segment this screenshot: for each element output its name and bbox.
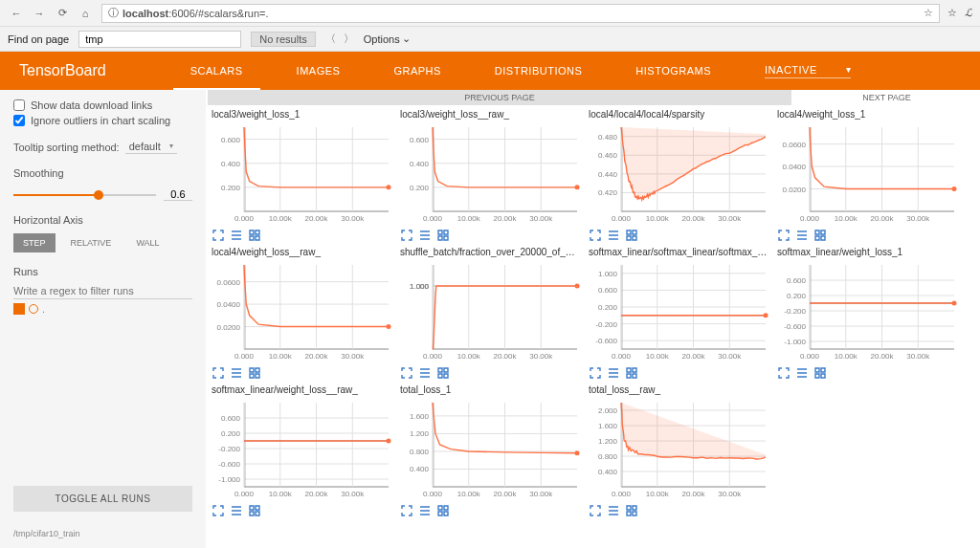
- expand-icon[interactable]: [777, 229, 790, 241]
- tab-inactive[interactable]: INACTIVE ▾: [738, 52, 878, 90]
- chart-plot[interactable]: 0.4200.4400.4600.4800.00010.00k20.00k30.…: [585, 121, 771, 227]
- expand-icon[interactable]: [777, 366, 790, 379]
- tab-histograms[interactable]: HISTOGRAMS: [609, 52, 738, 90]
- svg-text:0.460: 0.460: [598, 151, 618, 160]
- list-icon[interactable]: [795, 229, 808, 241]
- chart-cell: softmax_linear/weight_loss_1-1.000-0.600…: [773, 245, 960, 381]
- run-toggle-1[interactable]: [13, 303, 25, 315]
- chart-plot[interactable]: 0.4000.8001.2001.6002.0000.00010.00k20.0…: [585, 397, 771, 502]
- fit-icon[interactable]: [248, 504, 260, 516]
- smoothing-value-input[interactable]: [164, 188, 192, 201]
- svg-text:30.00k: 30.00k: [529, 352, 553, 361]
- ha-step-button[interactable]: STEP: [13, 233, 56, 252]
- fit-icon[interactable]: [813, 229, 826, 241]
- forward-button[interactable]: →: [31, 5, 48, 22]
- chart-plot[interactable]: 1.0001.0001.0000.00010.00k20.00k30.00k: [396, 259, 583, 364]
- fit-icon[interactable]: [248, 229, 260, 241]
- chart-plot[interactable]: 0.4000.8001.2001.6000.00010.00k20.00k30.…: [396, 397, 583, 502]
- svg-text:20.00k: 20.00k: [870, 352, 894, 361]
- tab-scalars[interactable]: SCALARS: [164, 52, 270, 90]
- find-input[interactable]: [78, 31, 241, 48]
- back-button[interactable]: ←: [8, 5, 25, 22]
- list-icon[interactable]: [230, 504, 242, 516]
- chart-plot[interactable]: -1.000-0.600-0.2000.2000.6000.00010.00k2…: [208, 397, 394, 502]
- list-icon[interactable]: [418, 229, 431, 241]
- info-icon: ⓘ: [108, 6, 119, 20]
- chart-plot[interactable]: 0.2000.4000.6000.00010.00k20.00k30.00k: [396, 121, 583, 227]
- svg-text:20.00k: 20.00k: [493, 490, 517, 498]
- chevron-down-icon: ▾: [846, 64, 852, 75]
- ha-wall-button[interactable]: WALL: [126, 233, 168, 252]
- ignore-outliers-checkbox[interactable]: Ignore outliers in chart scaling: [13, 115, 192, 126]
- expand-icon[interactable]: [400, 229, 412, 241]
- run-toggle-2[interactable]: [29, 304, 38, 314]
- svg-text:0.000: 0.000: [234, 214, 255, 223]
- runs-label: Runs: [13, 266, 192, 277]
- svg-text:0.600: 0.600: [410, 136, 430, 144]
- expand-icon[interactable]: [589, 504, 601, 516]
- bookmark-icon[interactable]: ☆: [924, 7, 933, 19]
- url-bar[interactable]: ⓘ localhost:6006/#scalars&run=. ☆: [101, 4, 940, 23]
- fit-icon[interactable]: [248, 366, 260, 379]
- list-icon[interactable]: [418, 366, 431, 379]
- horizontal-axis-label: Horizontal Axis: [13, 214, 192, 226]
- expand-icon[interactable]: [212, 229, 224, 241]
- list-icon[interactable]: [418, 504, 431, 516]
- list-icon[interactable]: [607, 366, 619, 379]
- svg-text:0.000: 0.000: [800, 214, 820, 223]
- chart-plot[interactable]: 0.02000.04000.06000.00010.00k20.00k30.00…: [773, 121, 960, 227]
- show-download-links-checkbox[interactable]: Show data download links: [13, 99, 192, 111]
- list-icon[interactable]: [230, 229, 242, 241]
- previous-page-button[interactable]: PREVIOUS PAGE: [208, 90, 791, 105]
- svg-text:30.00k: 30.00k: [718, 214, 742, 223]
- list-icon[interactable]: [607, 229, 619, 241]
- chart-cell: softmax_linear/weight_loss__raw_-1.000-0…: [208, 383, 394, 518]
- expand-icon[interactable]: [589, 366, 601, 379]
- fit-icon[interactable]: [436, 366, 449, 379]
- svg-point-108: [575, 284, 580, 289]
- toggle-all-runs-button[interactable]: TOGGLE ALL RUNS: [13, 486, 192, 512]
- tab-graphs[interactable]: GRAPHS: [367, 52, 467, 90]
- next-page-button[interactable]: NEXT PAGE: [793, 90, 980, 105]
- ha-relative-button[interactable]: RELATIVE: [61, 233, 122, 252]
- fit-icon[interactable]: [436, 504, 449, 516]
- home-button[interactable]: ⌂: [77, 5, 94, 22]
- list-icon[interactable]: [607, 504, 619, 516]
- tab-images[interactable]: IMAGES: [270, 52, 368, 90]
- chart-plot[interactable]: -1.000-0.600-0.2000.2000.6000.00010.00k2…: [773, 259, 960, 364]
- svg-text:0.000: 0.000: [612, 490, 632, 498]
- chart-plot[interactable]: 0.02000.04000.06000.00010.00k20.00k30.00…: [208, 259, 394, 364]
- reload-button[interactable]: ⟳: [54, 5, 71, 22]
- list-icon[interactable]: [795, 366, 808, 379]
- svg-text:0.400: 0.400: [410, 465, 430, 473]
- chart-plot[interactable]: 0.2000.4000.6000.00010.00k20.00k30.00k: [208, 121, 394, 227]
- expand-icon[interactable]: [212, 366, 224, 379]
- bookmark-star-icon[interactable]: ☆: [947, 7, 957, 19]
- fit-icon[interactable]: [813, 366, 826, 379]
- svg-text:-0.200: -0.200: [784, 307, 806, 316]
- smoothing-slider[interactable]: [13, 194, 156, 196]
- find-next-icon[interactable]: 〉: [344, 32, 354, 46]
- edit-icon[interactable]: ℒ: [965, 7, 972, 19]
- expand-icon[interactable]: [589, 229, 601, 241]
- list-icon[interactable]: [230, 366, 242, 379]
- tab-distributions[interactable]: DISTRIBUTIONS: [468, 52, 609, 90]
- find-prev-icon[interactable]: 〈: [325, 32, 336, 46]
- fit-icon[interactable]: [436, 229, 449, 241]
- expand-icon[interactable]: [212, 504, 224, 516]
- tooltip-sort-select[interactable]: default: [125, 140, 177, 154]
- runs-filter-input[interactable]: [13, 283, 192, 299]
- fit-icon[interactable]: [625, 366, 637, 379]
- svg-text:0.0400: 0.0400: [217, 300, 241, 309]
- svg-text:10.00k: 10.00k: [646, 214, 670, 223]
- expand-icon[interactable]: [400, 504, 412, 516]
- svg-text:20.00k: 20.00k: [493, 352, 517, 361]
- svg-text:0.600: 0.600: [221, 136, 241, 144]
- chart-plot[interactable]: -0.600-0.2000.2000.6001.0000.00010.00k20…: [585, 259, 771, 364]
- svg-text:-1.000: -1.000: [218, 475, 240, 484]
- fit-icon[interactable]: [625, 504, 637, 516]
- fit-icon[interactable]: [625, 229, 637, 241]
- expand-icon[interactable]: [400, 366, 412, 379]
- svg-text:0.200: 0.200: [598, 303, 618, 312]
- find-options[interactable]: Options ⌄: [364, 33, 411, 45]
